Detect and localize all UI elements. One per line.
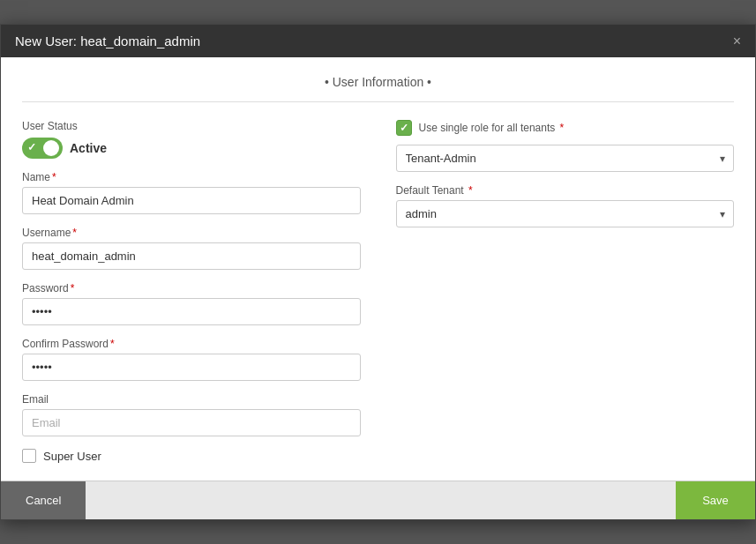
confirm-password-input[interactable] — [22, 354, 361, 381]
password-required-star: * — [71, 282, 75, 294]
role-select[interactable]: Tenant-Admin admin member — [396, 145, 735, 172]
username-field-group: Username* — [22, 227, 361, 270]
name-field-group: Name* — [22, 171, 361, 214]
email-field-group: Email — [22, 393, 361, 436]
password-label: Password* — [22, 282, 361, 294]
role-select-wrapper: Tenant-Admin admin member ▾ — [396, 145, 735, 172]
single-role-row: ✓ Use single role for all tenants * — [396, 120, 735, 136]
single-role-required-star: * — [557, 122, 564, 134]
form-layout: User Status ✓ Active Name* — [22, 120, 734, 463]
form-left-column: User Status ✓ Active Name* — [22, 120, 361, 463]
default-tenant-group: Default Tenant * admin demo test ▾ — [396, 184, 735, 227]
user-status-section: User Status ✓ Active — [22, 120, 361, 159]
modal-header: New User: heat_domain_admin × — [1, 25, 755, 57]
form-right-column: ✓ Use single role for all tenants * Tena… — [396, 120, 735, 463]
name-input[interactable] — [22, 187, 361, 214]
name-label: Name* — [22, 171, 361, 183]
username-label: Username* — [22, 227, 361, 239]
modal-close-button[interactable]: × — [733, 34, 741, 48]
user-status-label: User Status — [22, 120, 361, 132]
super-user-label: Super User — [43, 450, 101, 463]
toggle-thumb — [43, 140, 59, 156]
default-tenant-label: Default Tenant * — [396, 184, 735, 197]
password-input[interactable] — [22, 298, 361, 325]
default-tenant-select[interactable]: admin demo test — [396, 200, 735, 227]
cancel-button[interactable]: Cancel — [1, 481, 86, 519]
toggle-track: ✓ — [22, 138, 63, 159]
new-user-modal: New User: heat_domain_admin × • User Inf… — [0, 24, 756, 520]
single-role-group: ✓ Use single role for all tenants * Tena… — [396, 120, 735, 172]
section-title: • User Information • — [22, 75, 734, 102]
save-button[interactable]: Save — [676, 481, 755, 519]
modal-title: New User: heat_domain_admin — [15, 34, 200, 48]
confirm-password-required-star: * — [110, 338, 115, 350]
checkbox-check-icon: ✓ — [400, 122, 408, 134]
name-required-star: * — [52, 171, 56, 183]
single-role-checkbox[interactable]: ✓ — [396, 120, 412, 136]
username-required-star: * — [72, 227, 77, 239]
email-label: Email — [22, 393, 361, 406]
single-role-label: Use single role for all tenants * — [419, 122, 565, 134]
status-row: ✓ Active — [22, 138, 361, 159]
modal-body: • User Information • User Status ✓ Acti — [1, 57, 755, 481]
modal-footer: Cancel Save — [1, 481, 755, 519]
confirm-password-field-group: Confirm Password* — [22, 338, 361, 381]
status-text: Active — [70, 141, 107, 155]
super-user-row: Super User — [22, 449, 361, 463]
tenant-select-wrapper: admin demo test ▾ — [396, 200, 735, 227]
confirm-password-label: Confirm Password* — [22, 338, 361, 350]
default-tenant-required-star: * — [466, 184, 473, 197]
username-input[interactable] — [22, 242, 361, 270]
password-field-group: Password* — [22, 282, 361, 325]
super-user-checkbox[interactable] — [22, 449, 36, 463]
user-status-toggle[interactable]: ✓ — [22, 138, 63, 159]
toggle-check-icon: ✓ — [27, 141, 36, 153]
email-input[interactable] — [22, 409, 361, 436]
